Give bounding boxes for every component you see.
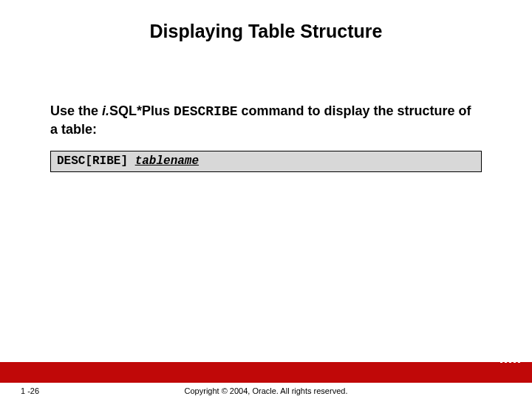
syntax-box: DESC[RIBE] tablename (50, 151, 482, 172)
oracle-logo-text: ORACLE (447, 351, 497, 363)
slide-title: Displaying Table Structure (0, 21, 532, 42)
syntax-argument: tablename (135, 154, 199, 168)
para-text-pre: Use the (50, 103, 102, 118)
intro-paragraph: Use the i.SQL*Plus DESCRIBE command to d… (50, 102, 482, 139)
para-product: SQL*Plus (109, 103, 174, 118)
para-command: DESCRIBE (174, 104, 237, 119)
slide: Displaying Table Structure Use the i.SQL… (0, 0, 532, 399)
syntax-command: DESC[RIBE] (57, 154, 135, 168)
slide-body: Use the i.SQL*Plus DESCRIBE command to d… (50, 102, 482, 172)
para-italic-prefix: i. (102, 103, 109, 118)
footer-bar: ORACLE (0, 362, 532, 383)
oracle-logo: ORACLE (447, 349, 520, 365)
copyright-text: Copyright © 2004, Oracle. All rights res… (0, 383, 532, 399)
oracle-logo-bars-icon (500, 351, 520, 363)
